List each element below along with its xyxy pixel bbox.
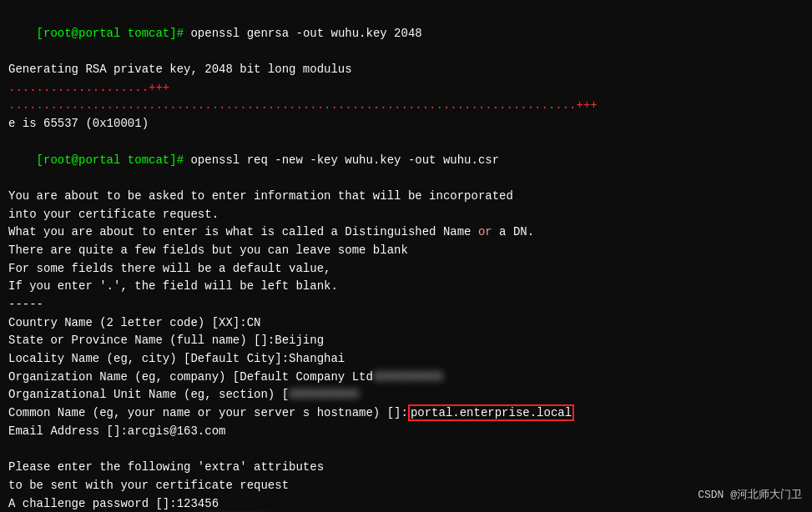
line-8: into your certificate request. xyxy=(8,206,804,224)
line-3: ....................+++ xyxy=(8,79,804,98)
line-1: [root@portal tomcat]# openssl genrsa -ou… xyxy=(8,7,804,61)
line-22: Please enter the following 'extra' attri… xyxy=(8,459,804,477)
watermark: CSDN @河北师大门卫 xyxy=(698,487,802,504)
line-13: ----- xyxy=(8,296,804,314)
line-21 xyxy=(8,441,804,459)
dots-1: ....................+++ xyxy=(8,81,169,94)
line-11: For some fields there will be a default … xyxy=(8,260,804,279)
line-16: Locality Name (eg, city) [Default City]:… xyxy=(8,350,804,369)
terminal-window: [root@portal tomcat]# openssl genrsa -ou… xyxy=(0,0,812,512)
line-24: A challenge password []:123456 xyxy=(8,495,804,512)
line-20: Email Address []:arcgis@163.com xyxy=(8,423,804,441)
cmd-1: openssl genrsa -out wuhu.key 2048 xyxy=(190,27,421,40)
line-15: State or Province Name (full name) []:Be… xyxy=(8,332,804,350)
common-name-value: portal.enterprise.local xyxy=(408,404,574,421)
line-5: e is 65537 (0x10001) xyxy=(8,115,804,133)
prompt-2: [root@portal tomcat]# xyxy=(37,153,191,167)
line-4: ........................................… xyxy=(8,97,804,115)
line-9: What you are about to enter is what is c… xyxy=(8,223,804,242)
line-2: Generating RSA private key, 2048 bit lon… xyxy=(8,61,804,79)
blurred-org: XXXXXXXXXX xyxy=(373,369,443,387)
line-23: to be sent with your certificate request xyxy=(8,477,804,495)
prompt-1: [root@portal tomcat]# xyxy=(37,27,191,40)
dots-2: ........................................… xyxy=(8,98,598,112)
cmd-2: openssl req -new -key wuhu.key -out wuhu… xyxy=(190,153,499,167)
line-10: There are quite a few fields but you can… xyxy=(8,242,804,260)
blurred-unit: XXXXXXXXXX xyxy=(289,386,359,404)
line-17: Organization Name (eg, company) [Default… xyxy=(8,369,804,387)
line-6: [root@portal tomcat]# openssl req -new -… xyxy=(8,133,804,188)
line-19: Common Name (eg, your name or your serve… xyxy=(8,404,804,423)
line-7: You are about to be asked to enter infor… xyxy=(8,188,804,206)
line-14: Country Name (2 letter code) [XX]:CN xyxy=(8,314,804,333)
line-18: Organizational Unit Name (eg, section) [… xyxy=(8,386,804,404)
line-12: If you enter '.', the field will be left… xyxy=(8,278,804,296)
